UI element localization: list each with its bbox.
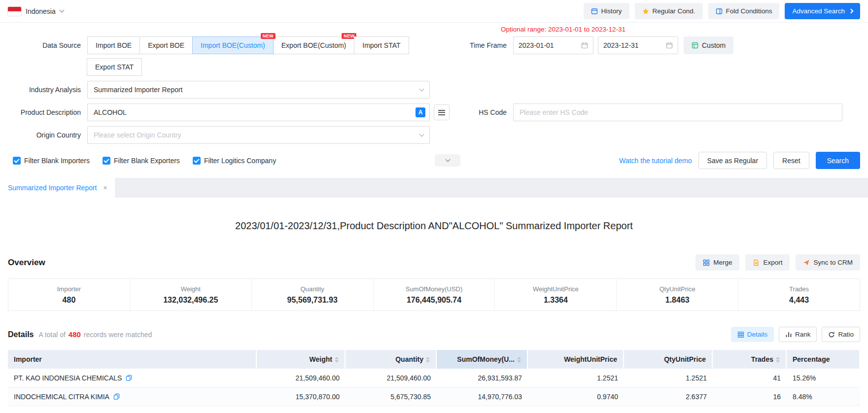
expand-conditions-button[interactable] — [435, 154, 460, 167]
data-source-tab-import-boe-custom[interactable]: Import BOE(Custom)NEW — [192, 36, 274, 54]
col-sum-of-money[interactable]: SumOfMoney(U... — [437, 350, 528, 369]
sync-to-crm-button[interactable]: Sync to CRM — [796, 254, 860, 271]
sort-icon[interactable] — [517, 357, 521, 363]
calendar-icon — [581, 42, 588, 49]
sync-icon — [803, 259, 810, 266]
checkbox-checked-icon — [193, 157, 201, 165]
chevron-down-icon — [419, 86, 424, 91]
quantity-cell: 21,509,460.00 — [346, 369, 437, 387]
product-description-input[interactable]: ALCOHOL A — [87, 103, 430, 121]
merge-button[interactable]: Merge — [695, 254, 739, 271]
copy-icon[interactable] — [113, 393, 120, 400]
data-source-tab-import-stat[interactable]: Import STAT — [354, 36, 409, 54]
percentage-cell: 15.26% — [787, 369, 860, 387]
new-badge: NEW — [261, 33, 276, 39]
optional-range-hint: Optional range: 2023-01-01 to 2023-12-31 — [501, 26, 625, 33]
importer-name[interactable]: INDOCHEMICAL CITRA KIMIA — [14, 393, 109, 401]
date-from-input[interactable]: 2023-01-01 — [513, 36, 593, 54]
custom-range-button[interactable]: Custom — [684, 36, 733, 54]
industry-analysis-select[interactable]: Summarized Importer Report — [87, 81, 430, 99]
weight-cell: 15,370,870.00 — [257, 387, 346, 406]
regular-cond-button[interactable]: Regular Cond. — [635, 3, 703, 19]
col-quantity[interactable]: Quantity — [346, 350, 437, 369]
stat-importer: Importer480 — [8, 279, 130, 310]
chevron-down-icon — [59, 8, 64, 13]
details-table: Importer Weight Quantity SumOfMoney(U...… — [8, 350, 860, 406]
star-icon — [642, 8, 649, 15]
indonesia-flag-icon — [8, 7, 21, 16]
history-icon — [591, 8, 598, 15]
col-importer: Importer — [8, 350, 257, 369]
match-count: 480 — [69, 330, 81, 339]
ratio-refresh-icon — [828, 331, 835, 338]
view-ratio-button[interactable]: Ratio — [822, 327, 860, 342]
date-to-input[interactable]: 2023-12-31 — [598, 36, 678, 54]
reset-button[interactable]: Reset — [773, 152, 809, 169]
top-bar: Indonesia History Regular Cond. Fold Con… — [0, 0, 868, 23]
synonym-expand-button[interactable] — [434, 104, 450, 120]
export-button[interactable]: Export — [745, 254, 790, 271]
search-button[interactable]: Search — [816, 152, 860, 169]
search-form: Optional range: 2023-01-01 to 2023-12-31… — [0, 23, 868, 178]
qty-unit-price-cell: 2.6377 — [624, 387, 713, 406]
chevron-right-icon — [849, 9, 854, 14]
fold-panel-icon — [716, 8, 723, 15]
table-row: PT. KAO INDONESIA CHEMICALS 21,509,460.0… — [8, 369, 860, 387]
stat-weight-unit-price: WeightUnitPrice1.3364 — [494, 279, 616, 310]
country-name: Indonesia — [26, 7, 56, 15]
calendar-icon — [666, 42, 673, 49]
sort-icon[interactable] — [335, 357, 339, 363]
data-source-tab-export-boe[interactable]: Export BOE — [139, 36, 193, 54]
export-document-icon — [753, 259, 760, 266]
product-description-label: Product Description — [8, 103, 81, 121]
grid-icon — [737, 331, 744, 338]
filter-blank-importers-checkbox[interactable]: Filter Blank Importers — [13, 157, 90, 165]
data-source-tab-export-boe-custom[interactable]: Export BOE(Custom)NEW — [273, 36, 354, 54]
importer-name[interactable]: PT. KAO INDONESIA CHEMICALS — [14, 374, 122, 382]
chevron-down-icon — [419, 132, 424, 137]
rank-bars-icon — [785, 331, 792, 338]
translate-icon[interactable]: A — [416, 107, 425, 117]
data-source-tab-import-boe[interactable]: Import BOE — [87, 36, 140, 54]
percentage-cell: 8.48% — [787, 387, 860, 406]
weight-unit-price-cell: 0.9740 — [528, 387, 624, 406]
stat-trades: Trades4,443 — [738, 279, 860, 310]
stat-quantity: Quantity95,569,731.93 — [251, 279, 373, 310]
hs-code-label: HS Code — [469, 103, 507, 121]
stat-sum-of-money: SumOfMoney(USD)176,445,905.74 — [373, 279, 495, 310]
tab-summarized-importer-report[interactable]: Summarized Importer Report × — [0, 178, 116, 198]
col-weight-unit-price: WeightUnitPrice — [528, 350, 624, 369]
view-rank-button[interactable]: Rank — [779, 327, 817, 342]
hs-code-input[interactable]: Please enter HS Code — [513, 103, 842, 121]
tutorial-link[interactable]: Watch the tutorial demo — [619, 157, 692, 165]
col-weight[interactable]: Weight — [257, 350, 346, 369]
advanced-search-button[interactable]: Advanced Search — [785, 3, 860, 19]
result-tab-strip: Summarized Importer Report × — [0, 178, 868, 198]
stat-weight: Weight132,032,496.25 — [130, 279, 251, 310]
save-as-regular-button[interactable]: Save as Regular — [698, 152, 767, 169]
data-source-tabs: Import BOE Export BOE Import BOE(Custom)… — [87, 36, 430, 76]
match-summary: A total of 480 records were matched — [38, 330, 152, 339]
fold-conditions-button[interactable]: Fold Conditions — [708, 3, 780, 19]
country-selector[interactable]: Indonesia — [8, 7, 64, 16]
data-source-label: Data Source — [8, 36, 81, 54]
close-icon[interactable]: × — [104, 184, 107, 191]
view-details-button[interactable]: Details — [731, 327, 774, 342]
filter-logistics-company-checkbox[interactable]: Filter Logitics Company — [193, 157, 276, 165]
history-button[interactable]: History — [584, 3, 629, 19]
sum-cell: 26,931,593.87 — [437, 369, 528, 387]
details-heading: Details — [8, 330, 34, 339]
sort-icon[interactable] — [426, 357, 430, 363]
industry-analysis-label: Industry Analysis — [8, 81, 81, 99]
sort-icon[interactable] — [776, 357, 780, 363]
trades-cell: 41 — [713, 369, 787, 387]
quantity-cell: 5,675,730.85 — [346, 387, 437, 406]
col-trades[interactable]: Trades — [713, 350, 787, 369]
origin-country-select[interactable]: Please select Origin Country — [87, 126, 430, 144]
copy-icon[interactable] — [126, 375, 132, 381]
filter-blank-exporters-checkbox[interactable]: Filter Blank Exporters — [103, 157, 180, 165]
data-source-tab-export-stat[interactable]: Export STAT — [87, 58, 142, 76]
col-qty-unit-price: QtyUnitPrice — [624, 350, 713, 369]
custom-calendar-icon — [692, 42, 698, 49]
weight-cell: 21,509,460.00 — [257, 369, 346, 387]
